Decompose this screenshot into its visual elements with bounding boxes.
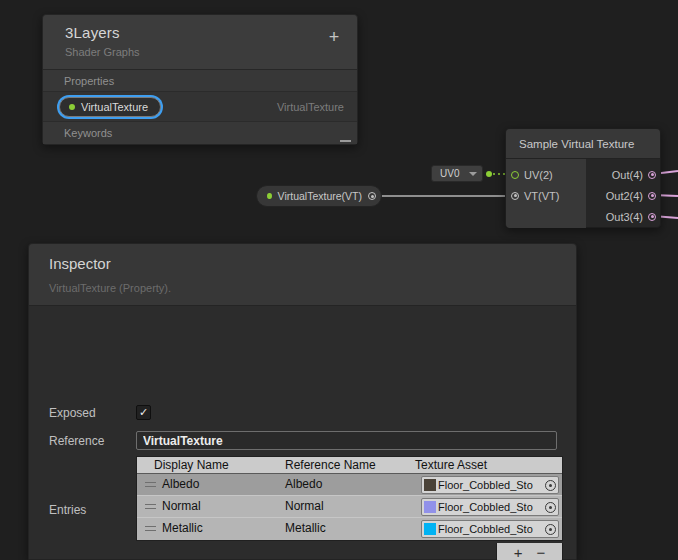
reference-name-cell[interactable]: Metallic <box>285 521 326 535</box>
node-title: Sample Virtual Texture <box>506 129 660 159</box>
entries-label: Entries <box>49 503 86 517</box>
keywords-section-label: Keywords <box>43 122 357 144</box>
reference-input[interactable] <box>136 431 557 450</box>
texture-swatch <box>424 479 436 491</box>
virtualtexture-property-node[interactable]: VirtualTexture(VT) <box>256 185 382 207</box>
node-body: UV(2) VT(VT) Out(4) Out2(4) Out3(4) <box>506 159 660 228</box>
output-slot-out3: Out3(4) <box>586 206 660 227</box>
sample-virtual-texture-node[interactable]: Sample Virtual Texture UV(2) VT(VT) Out(… <box>505 128 661 228</box>
property-color-dot-icon <box>267 193 272 199</box>
entries-table-header: Display Name Reference Name Texture Asse… <box>137 457 562 474</box>
texture-asset-name: Floor_Cobbled_Sto <box>438 479 545 491</box>
inspector-subtitle: VirtualTexture (Property). <box>49 282 576 294</box>
texture-swatch <box>424 523 436 535</box>
inspector-header: Inspector VirtualTexture (Property). <box>29 244 576 306</box>
shader-graph-canvas[interactable]: 3Layers + Shader Graphs Properties Virtu… <box>0 0 678 560</box>
column-header-texture-asset: Texture Asset <box>415 458 487 472</box>
property-node-label: VirtualTexture(VT) <box>278 190 362 202</box>
property-type-label: VirtualTexture <box>277 101 344 113</box>
uv-input-port[interactable] <box>511 171 519 179</box>
reference-name-cell[interactable]: Normal <box>285 499 324 513</box>
remove-entry-button[interactable]: − <box>537 545 546 560</box>
inspector-title: Inspector <box>49 255 576 272</box>
property-output-port[interactable] <box>368 192 376 200</box>
uv-channel-dropdown[interactable]: UV0 <box>431 165 483 182</box>
object-picker-icon[interactable] <box>545 524 556 535</box>
property-pill-virtualtexture[interactable]: VirtualTexture <box>59 97 161 117</box>
entries-table: Display Name Reference Name Texture Asse… <box>136 456 563 541</box>
object-picker-icon[interactable] <box>545 502 556 513</box>
add-entry-button[interactable]: + <box>514 545 523 560</box>
texture-asset-name: Floor_Cobbled_Sto <box>438 501 545 513</box>
entry-row-metallic[interactable]: Metallic Metallic Floor_Cobbled_Sto <box>137 518 562 540</box>
out3-output-port[interactable] <box>648 213 656 221</box>
graph-title: 3Layers <box>65 24 343 41</box>
column-header-display-name: Display Name <box>154 458 229 472</box>
output-label: Out3(4) <box>606 211 643 223</box>
node-inputs: UV(2) VT(VT) <box>506 159 586 228</box>
entry-row-albedo[interactable]: Albedo Albedo Floor_Cobbled_Sto <box>137 474 562 496</box>
drag-handle-icon[interactable] <box>145 482 156 487</box>
entry-row-normal[interactable]: Normal Normal Floor_Cobbled_Sto <box>137 496 562 518</box>
property-color-dot-icon <box>69 104 75 110</box>
node-outputs: Out(4) Out2(4) Out3(4) <box>586 159 660 228</box>
display-name-cell[interactable]: Normal <box>162 499 201 513</box>
blackboard-resize-handle[interactable] <box>340 140 351 142</box>
input-slot-uv: UV(2) <box>506 164 586 185</box>
texture-asset-field[interactable]: Floor_Cobbled_Sto <box>421 476 559 494</box>
output-slot-out: Out(4) <box>586 164 660 185</box>
output-slot-out2: Out2(4) <box>586 185 660 206</box>
entries-list-footer: + − <box>496 543 563 560</box>
blackboard-header: 3Layers + Shader Graphs <box>43 15 357 70</box>
properties-section-label: Properties <box>43 70 357 92</box>
output-label: Out(4) <box>612 169 643 181</box>
texture-asset-field[interactable]: Floor_Cobbled_Sto <box>421 498 559 516</box>
texture-asset-name: Floor_Cobbled_Sto <box>438 523 545 535</box>
display-name-cell[interactable]: Albedo <box>162 477 199 491</box>
checkmark-icon: ✓ <box>139 406 148 418</box>
column-header-reference-name: Reference Name <box>285 458 376 472</box>
chevron-down-icon <box>469 172 477 176</box>
uv-channel-value: UV0 <box>440 168 459 179</box>
property-row: VirtualTexture VirtualTexture <box>43 92 357 122</box>
uv-wire-dot <box>486 171 492 177</box>
texture-asset-field[interactable]: Floor_Cobbled_Sto <box>421 520 559 538</box>
object-picker-icon[interactable] <box>545 480 556 491</box>
vt-input-port[interactable] <box>511 192 519 200</box>
graph-subtitle: Shader Graphs <box>65 46 343 58</box>
out2-output-port[interactable] <box>648 192 656 200</box>
reference-label: Reference <box>49 434 104 448</box>
blackboard-panel[interactable]: 3Layers + Shader Graphs Properties Virtu… <box>42 14 358 145</box>
input-label: VT(VT) <box>524 190 559 202</box>
out-output-port[interactable] <box>648 171 656 179</box>
reference-name-cell[interactable]: Albedo <box>285 477 322 491</box>
inspector-panel: Inspector VirtualTexture (Property). Exp… <box>28 243 577 560</box>
exposed-label: Exposed <box>49 406 96 420</box>
property-pill-label: VirtualTexture <box>81 101 148 113</box>
input-label: UV(2) <box>524 169 553 181</box>
exposed-checkbox[interactable]: ✓ <box>136 405 151 420</box>
inspector-body: Exposed ✓ Reference Entries Display Name… <box>29 306 576 560</box>
add-property-button[interactable]: + <box>325 29 343 47</box>
output-label: Out2(4) <box>606 190 643 202</box>
drag-handle-icon[interactable] <box>145 526 156 531</box>
texture-swatch <box>424 501 436 513</box>
drag-handle-icon[interactable] <box>145 504 156 509</box>
display-name-cell[interactable]: Metallic <box>162 521 203 535</box>
input-slot-vt: VT(VT) <box>506 185 586 206</box>
